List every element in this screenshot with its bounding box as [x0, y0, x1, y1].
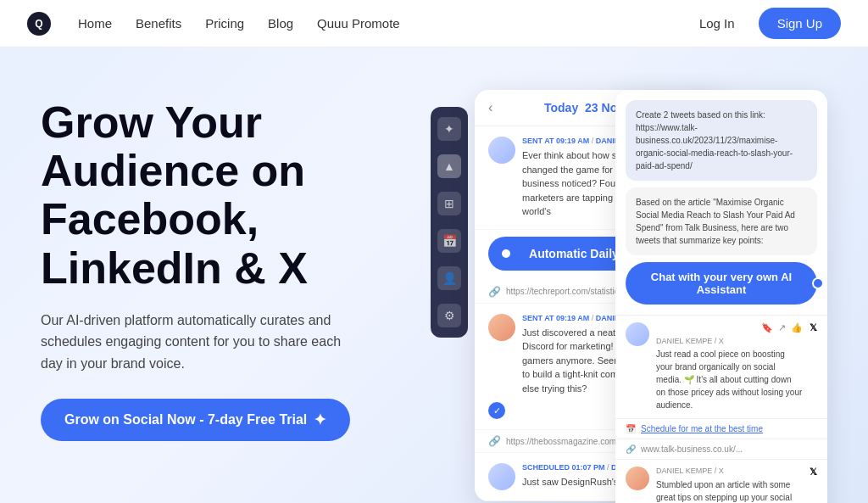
chat-post-1-meta: DANIEL KEMPE / X	[656, 337, 803, 345]
share-icon[interactable]: ↗	[778, 322, 786, 333]
chat-avatar-1	[626, 322, 649, 346]
hero-section: Grow Your Audience on Facebook, LinkedIn…	[0, 48, 868, 503]
nav-blog[interactable]: Blog	[268, 16, 293, 31]
chat-post-1: 🔖 ↗ 👍 DANIEL KEMPE / X Just read a cool …	[615, 315, 827, 418]
login-button[interactable]: Log In	[689, 9, 745, 37]
like-icon[interactable]: 👍	[791, 322, 803, 333]
nav-benefits[interactable]: Benefits	[136, 16, 181, 31]
navigation: Q Home Benefits Pricing Blog Quuu Promot…	[0, 0, 868, 48]
hero-description: Our AI-driven platform automatically cur…	[41, 310, 363, 375]
hero-right: ✦ ▲ ⊞ 📅 👤 ⚙ ‹ Today 23 November ›	[431, 90, 827, 503]
sidebar-user-icon[interactable]: 👤	[437, 266, 461, 290]
x-social-icon-4: 𝕏	[810, 322, 817, 333]
x-social-icon-5: 𝕏	[810, 467, 817, 503]
sidebar-grid-icon[interactable]: ⊞	[437, 192, 461, 215]
link-icon-1: 🔗	[488, 286, 501, 298]
nav-right: Log In Sign Up	[689, 8, 841, 39]
nav-home[interactable]: Home	[78, 16, 112, 31]
chat-post-2-meta: DANIEL KEMPE / X	[656, 467, 803, 475]
chat-post-2: DANIEL KEMPE / X Stumbled upon an articl…	[615, 459, 827, 503]
feed-prev-button[interactable]: ‹	[488, 100, 492, 115]
sidebar-move-icon[interactable]: ✦	[437, 117, 461, 141]
nav-quuu-promote[interactable]: Quuu Promote	[317, 16, 400, 31]
chat-post-2-text: Stumbled upon an article with some great…	[656, 478, 803, 503]
save-icon[interactable]: 🔖	[761, 322, 773, 333]
auto-schedule-dot	[502, 249, 510, 258]
chat-ai-prompt: Create 2 tweets based on this link: http…	[626, 100, 817, 181]
link-icon-chat: 🔗	[626, 444, 636, 454]
sidebar-up-icon[interactable]: ▲	[437, 154, 461, 178]
logo[interactable]: Q	[27, 12, 51, 36]
app-chat: Create 2 tweets based on this link: http…	[615, 90, 827, 503]
chat-avatar-2	[626, 467, 649, 490]
signup-button[interactable]: Sign Up	[759, 8, 841, 39]
chat-url-link: 🔗 www.talk-business.co.uk/...	[615, 439, 827, 459]
link-icon-2: 🔗	[488, 435, 501, 447]
nav-pricing[interactable]: Pricing	[205, 16, 244, 31]
avatar-3	[488, 463, 515, 490]
chat-schedule-link[interactable]: 📅 Schedule for me at the best time	[615, 418, 827, 439]
chat-post-1-text: Just read a cool piece on boosting your …	[656, 348, 803, 411]
feed-check: ✓	[488, 402, 505, 419]
chat-cta-label: Chat with your very own AI Assistant	[639, 271, 804, 296]
app-sidebar: ✦ ▲ ⊞ 📅 👤 ⚙	[431, 107, 468, 338]
cta-button[interactable]: Grow on Social Now - 7-day Free Trial ✦	[41, 399, 350, 441]
hero-title: Grow Your Audience on Facebook, LinkedIn…	[41, 98, 397, 293]
chat-response: Based on the article "Maximise Organic S…	[626, 187, 817, 255]
cta-label: Grow on Social Now - 7-day Free Trial	[64, 412, 307, 428]
sidebar-calendar-icon[interactable]: 📅	[437, 229, 461, 253]
chat-cta-button[interactable]: Chat with your very own AI Assistant	[626, 262, 817, 305]
sidebar-settings-icon[interactable]: ⚙	[437, 304, 461, 327]
hero-left: Grow Your Audience on Facebook, LinkedIn…	[41, 90, 397, 503]
chat-post-1-actions: 🔖 ↗ 👍	[656, 322, 803, 333]
avatar-1	[488, 137, 515, 164]
avatar-2	[488, 314, 515, 341]
nav-links: Home Benefits Pricing Blog Quuu Promote	[78, 16, 689, 31]
sparkle-icon: ✦	[314, 411, 326, 429]
calendar-icon: 📅	[626, 424, 636, 433]
